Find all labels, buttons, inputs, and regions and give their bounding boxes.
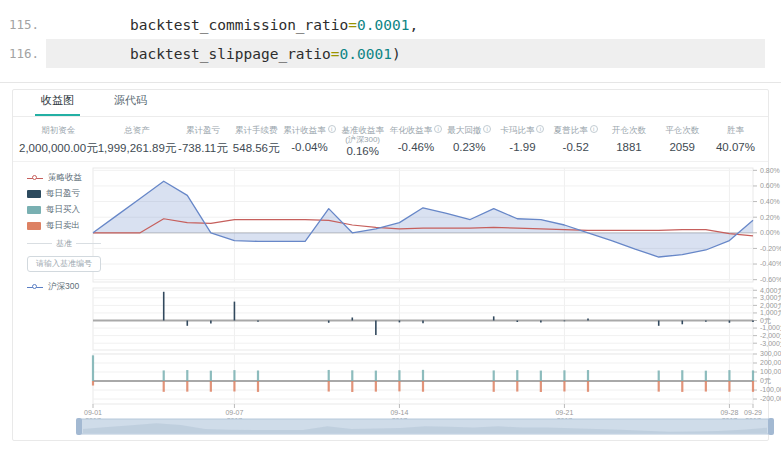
metric-年化收益率: 年化收益率i-0.46% [389, 121, 442, 153]
y-axis-label: 1,000元 [760, 309, 781, 316]
y-axis-label: -2,000元 [760, 332, 781, 339]
info-icon[interactable]: i [434, 125, 442, 133]
metric-value: -0.52 [549, 141, 602, 153]
metric-value: 0.23% [443, 141, 496, 153]
legend-label: 沪深300 [48, 281, 79, 293]
square-marker-icon [27, 190, 41, 198]
line-marker-icon [27, 283, 43, 291]
tab-收益图[interactable]: 收益图 [35, 87, 80, 116]
cell-divider [0, 82, 781, 83]
y-axis-label: -200,000元 [760, 395, 781, 402]
metric-label: 年化收益率i [389, 125, 442, 135]
metric-label: 期初资金 [19, 125, 98, 135]
code-line[interactable]: 115.backtest_commission_ratio=0.0001, [0, 10, 781, 39]
metric-value: -0.04% [283, 141, 336, 153]
square-marker-icon [27, 222, 41, 230]
code-token: backtest_slippage_ratio [130, 46, 331, 62]
code-editor[interactable]: 115.backtest_commission_ratio=0.0001,116… [0, 0, 781, 82]
metric-label: 总资产 [98, 125, 177, 135]
metric-value: 1881 [602, 141, 655, 153]
backtest-result-panel: 收益图源代码 期初资金2,000,000.00元总资产1,999,261.89元… [12, 89, 769, 441]
metric-label: 胜率 [709, 125, 762, 135]
result-tabs: 收益图源代码 [13, 90, 768, 117]
metric-label: 累计手续费 [230, 125, 283, 135]
code-token: = [348, 17, 357, 33]
datazoom-right-handle[interactable] [768, 418, 774, 435]
code-token: backtest_commission_ratio [130, 17, 348, 33]
y-axis-label: 0.80% [760, 167, 780, 174]
info-icon[interactable]: i [536, 125, 544, 133]
metric-value: -738.11元 [176, 141, 229, 156]
y-axis-label: 2,000元 [760, 302, 781, 309]
metric-sublabel: (沪深300) [336, 135, 389, 144]
legend-item-每日买入[interactable]: 每日买入 [27, 202, 101, 218]
metric-value: 2059 [656, 141, 709, 153]
y-axis-label: 0.00% [760, 229, 780, 236]
y-axis-label: 0.20% [760, 214, 780, 221]
metric-夏普比率: 夏普比率i-0.52 [549, 121, 602, 153]
line-marker-icon [27, 174, 43, 182]
chart-legend: 策略收益每日盈亏每日买入每日卖出基准请输入基准编号沪深300 [27, 170, 101, 295]
backtest-charts[interactable]: 0.80%0.60%0.40%0.20%0.00%-0.20%-0.40%-0.… [13, 162, 781, 440]
tab-源代码[interactable]: 源代码 [108, 87, 153, 116]
metric-胜率: 胜率40.07% [709, 121, 762, 153]
square-marker-icon [27, 206, 41, 214]
legend-label: 策略收益 [48, 172, 82, 184]
y-axis-label: -3,000元 [760, 340, 781, 347]
grid-border [93, 288, 753, 350]
info-icon[interactable]: i [590, 125, 598, 133]
legend-item-策略收益[interactable]: 策略收益 [27, 170, 101, 186]
chart-region: 策略收益每日盈亏每日买入每日卖出基准请输入基准编号沪深300 0.80%0.60… [13, 162, 768, 440]
metric-label: 开仓次数 [602, 125, 655, 135]
metric-label: 基准收益率 [336, 125, 389, 135]
metric-label: 累计收益率i [283, 125, 336, 135]
legend-item-每日卖出[interactable]: 每日卖出 [27, 218, 101, 234]
metric-value: 548.56元 [230, 141, 283, 156]
info-icon[interactable]: i [328, 125, 336, 133]
metric-卡玛比率: 卡玛比率i-1.99 [496, 121, 549, 153]
metric-value: 0.16% [336, 145, 389, 157]
legend-item-每日盈亏[interactable]: 每日盈亏 [27, 186, 101, 202]
code-line[interactable]: 116.backtest_slippage_ratio=0.0001) [0, 39, 781, 68]
benchmark-divider: 基准 [27, 236, 101, 250]
code-token: ) [392, 46, 401, 62]
y-axis-label: 200,000元 [760, 359, 781, 366]
y-axis-label: 4,000元 [760, 287, 781, 294]
metric-最大回撤: 最大回撤i0.23% [443, 121, 496, 153]
metric-label: 累计盈亏 [176, 125, 229, 135]
metric-label: 卡玛比率i [496, 125, 549, 135]
y-axis-label: -100,000元 [760, 386, 781, 393]
benchmark-code-input[interactable]: 请输入基准编号 [27, 256, 101, 272]
metric-label: 夏普比率i [549, 125, 602, 135]
code-line-content[interactable]: backtest_commission_ratio=0.0001, [46, 10, 765, 39]
y-axis-label: -1,000元 [760, 324, 781, 331]
metric-累计盈亏: 累计盈亏-738.11元 [176, 121, 229, 156]
metric-基准收益率: 基准收益率(沪深300)0.16% [336, 121, 389, 157]
y-axis-label: 0元 [760, 317, 771, 324]
line-number: 115. [0, 10, 46, 39]
line-number: 116. [0, 39, 46, 68]
metric-value: 1,999,261.89元 [98, 141, 177, 156]
metric-value: 40.07% [709, 141, 762, 153]
legend-label: 每日盈亏 [46, 188, 80, 200]
code-gap [0, 68, 781, 82]
y-axis-label: 0元 [760, 377, 771, 384]
y-axis-label: -0.20% [760, 245, 781, 252]
metric-label: 平仓次数 [656, 125, 709, 135]
legend-label: 每日卖出 [46, 220, 80, 232]
legend-item-沪深300[interactable]: 沪深300 [27, 279, 101, 295]
metric-value: 2,000,000.00元 [19, 141, 98, 156]
code-line-content[interactable]: backtest_slippage_ratio=0.0001) [46, 39, 765, 68]
info-icon[interactable]: i [483, 125, 491, 133]
code-token: , [409, 17, 418, 33]
metric-累计手续费: 累计手续费548.56元 [230, 121, 283, 156]
metric-label: 最大回撤i [443, 125, 496, 135]
y-axis-label: 300,000元 [760, 350, 781, 357]
metric-平仓次数: 平仓次数2059 [656, 121, 709, 153]
metric-总资产: 总资产1,999,261.89元 [98, 121, 177, 156]
datazoom-left-handle[interactable] [76, 418, 82, 435]
code-token: 0.0001 [357, 17, 409, 33]
y-axis-label: -0.60% [760, 276, 781, 283]
metrics-row: 期初资金2,000,000.00元总资产1,999,261.89元累计盈亏-73… [13, 117, 768, 162]
metric-累计收益率: 累计收益率i-0.04% [283, 121, 336, 153]
